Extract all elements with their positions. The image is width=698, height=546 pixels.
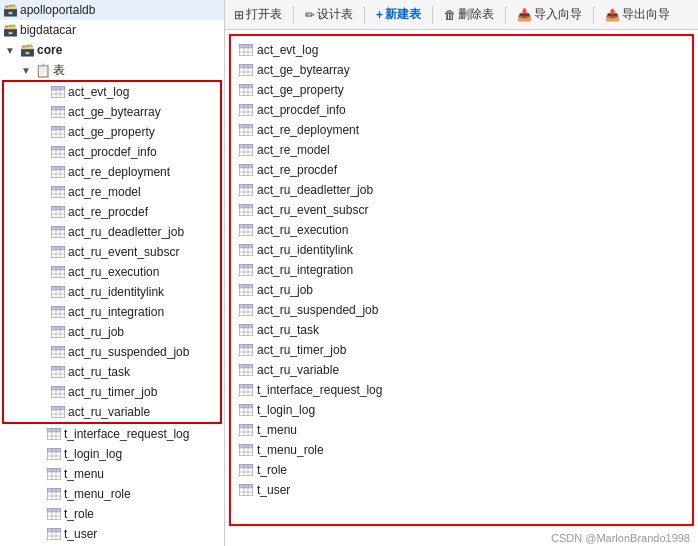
svg-rect-71: [51, 306, 65, 310]
open-table-button[interactable]: ⊞ 打开表: [229, 4, 287, 25]
svg-rect-77: [51, 326, 65, 330]
left-table-t_user[interactable]: t_user: [0, 524, 224, 544]
import-wizard-label: 导入向导: [534, 6, 582, 23]
table-row[interactable]: act_re_deployment: [231, 120, 692, 140]
table-grid-icon: [239, 184, 253, 196]
table-grid-icon: [239, 364, 253, 376]
import-wizard-icon: 📥: [517, 8, 532, 22]
table-row[interactable]: act_procdef_info: [231, 100, 692, 120]
table-name: act_re_procdef: [257, 163, 337, 177]
expand-arrow-icon: ▼: [2, 42, 18, 58]
table-row[interactable]: act_ru_suspended_job: [231, 300, 692, 320]
table-grid-icon: [239, 124, 253, 136]
table-row[interactable]: t_user: [231, 480, 692, 500]
table-row[interactable]: t_role: [231, 460, 692, 480]
table-row[interactable]: t_interface_request_log: [231, 380, 692, 400]
design-table-button[interactable]: ✏ 设计表: [300, 4, 358, 25]
left-table-act_ru_deadletter_job[interactable]: act_ru_deadletter_job: [4, 222, 220, 242]
table-name: act_ru_timer_job: [257, 343, 346, 357]
table-name-label: act_ru_suspended_job: [68, 345, 189, 359]
left-table-act_procdef_info[interactable]: act_procdef_info: [4, 142, 220, 162]
left-table-act_ru_variable[interactable]: act_ru_variable: [4, 402, 220, 422]
import-wizard-button[interactable]: 📥 导入向导: [512, 4, 587, 25]
delete-table-button[interactable]: 🗑 删除表: [439, 4, 499, 25]
left-table-act_ru_execution[interactable]: act_ru_execution: [4, 262, 220, 282]
left-table-act_ru_event_subscr[interactable]: act_ru_event_subscr: [4, 242, 220, 262]
table-row[interactable]: act_ru_identitylink: [231, 240, 692, 260]
left-table-act_ru_integration[interactable]: act_ru_integration: [4, 302, 220, 322]
table-name-label: t_menu_role: [64, 487, 131, 501]
left-table-act_ru_identitylink[interactable]: act_ru_identitylink: [4, 282, 220, 302]
left-table-act_re_model[interactable]: act_re_model: [4, 182, 220, 202]
table-row[interactable]: act_ru_task: [231, 320, 692, 340]
table-name: act_ru_job: [257, 283, 313, 297]
table-row[interactable]: act_ru_variable: [231, 360, 692, 380]
left-table-t_role[interactable]: t_role: [0, 504, 224, 524]
table-name: act_ru_task: [257, 323, 319, 337]
table-name-label: act_ru_event_subscr: [68, 245, 179, 259]
table-grid-icon: [50, 104, 66, 120]
table-row[interactable]: act_evt_log: [231, 40, 692, 60]
table-row[interactable]: t_login_log: [231, 400, 692, 420]
left-table-act_ge_property[interactable]: act_ge_property: [4, 122, 220, 142]
left-table-act_re_procdef[interactable]: act_re_procdef: [4, 202, 220, 222]
db-bigdatacar[interactable]: 🗃️ bigdatacar: [0, 20, 224, 40]
table-row[interactable]: act_ru_event_subscr: [231, 200, 692, 220]
new-table-button[interactable]: + 新建表: [371, 4, 426, 25]
left-panel[interactable]: 🗃️ apolloportaldb 🗃️ bigdatacar ▼ 🗃️ cor…: [0, 0, 225, 546]
db-icon: 🗃️: [2, 2, 18, 18]
table-grid-icon: [239, 144, 253, 156]
table-grid-icon: [50, 144, 66, 160]
expand-arrow-icon: ▼: [18, 62, 34, 78]
left-table-t_menu_role[interactable]: t_menu_role: [0, 484, 224, 504]
svg-rect-119: [47, 468, 61, 472]
table-name-label: act_evt_log: [68, 85, 129, 99]
table-row[interactable]: act_ru_deadletter_job: [231, 180, 692, 200]
new-table-icon: +: [376, 8, 383, 22]
left-table-t_login_log[interactable]: t_login_log: [0, 444, 224, 464]
table-grid-icon: [239, 384, 253, 396]
table-row[interactable]: act_ru_job: [231, 280, 692, 300]
table-grid-icon: [50, 404, 66, 420]
svg-rect-41: [51, 206, 65, 210]
table-row[interactable]: act_re_procdef: [231, 160, 692, 180]
toolbar-separator-5: [593, 6, 594, 24]
left-table-act_re_deployment[interactable]: act_re_deployment: [4, 162, 220, 182]
folder-tables[interactable]: ▼ 📋 表: [0, 60, 224, 80]
svg-rect-191: [239, 204, 253, 208]
table-row[interactable]: act_ru_integration: [231, 260, 692, 280]
table-name: t_role: [257, 463, 287, 477]
left-table-act_ru_suspended_job[interactable]: act_ru_suspended_job: [4, 342, 220, 362]
left-table-t_menu[interactable]: t_menu: [0, 464, 224, 484]
table-grid-icon: [239, 104, 253, 116]
table-list[interactable]: act_evt_logact_ge_bytearrayact_ge_proper…: [229, 34, 694, 526]
table-name-label: act_ru_task: [68, 365, 130, 379]
svg-rect-197: [239, 224, 253, 228]
left-table-act_ru_task[interactable]: act_ru_task: [4, 362, 220, 382]
left-table-act_ge_bytearray[interactable]: act_ge_bytearray: [4, 102, 220, 122]
table-row[interactable]: act_ru_timer_job: [231, 340, 692, 360]
db-apolloportaldb[interactable]: 🗃️ apolloportaldb: [0, 0, 224, 20]
table-row[interactable]: t_menu_role: [231, 440, 692, 460]
table-row[interactable]: t_menu: [231, 420, 692, 440]
svg-rect-209: [239, 264, 253, 268]
table-row[interactable]: act_ru_execution: [231, 220, 692, 240]
svg-rect-23: [51, 146, 65, 150]
table-row[interactable]: act_ge_bytearray: [231, 60, 692, 80]
table-grid-icon: [50, 324, 66, 340]
table-grid-icon: [50, 344, 66, 360]
table-name: act_ru_integration: [257, 263, 353, 277]
folder-tables-label: 表: [53, 62, 65, 79]
left-table-act_ru_timer_job[interactable]: act_ru_timer_job: [4, 382, 220, 402]
table-row[interactable]: act_re_model: [231, 140, 692, 160]
left-table-t_interface_request_log[interactable]: t_interface_request_log: [0, 424, 224, 444]
toolbar-separator-4: [505, 6, 506, 24]
svg-rect-65: [51, 286, 65, 290]
table-name-label: act_ru_deadletter_job: [68, 225, 184, 239]
db-core[interactable]: ▼ 🗃️ core: [0, 40, 224, 60]
left-table-act_ru_job[interactable]: act_ru_job: [4, 322, 220, 342]
left-table-act_evt_log[interactable]: act_evt_log: [4, 82, 220, 102]
svg-rect-131: [47, 508, 61, 512]
table-row[interactable]: act_ge_property: [231, 80, 692, 100]
export-wizard-button[interactable]: 📤 导出向导: [600, 4, 675, 25]
